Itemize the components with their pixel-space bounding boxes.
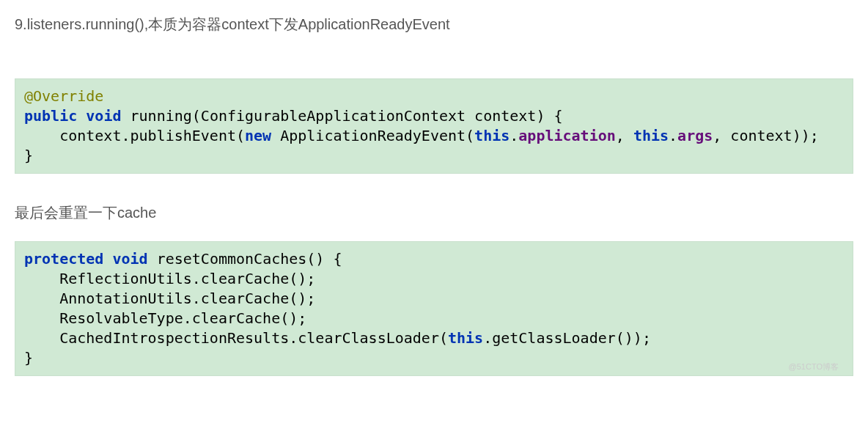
code-text: } (24, 147, 33, 164)
code-text: . (669, 127, 677, 144)
code-text: AnnotationUtils.clearCache(); (24, 290, 315, 307)
code-block-2: protected void resetCommonCaches() { Ref… (15, 241, 853, 376)
code-text: context.publishEvent( (24, 127, 245, 144)
keyword-void: void (112, 250, 147, 268)
keyword-public: public (24, 107, 77, 125)
code-block-1: @Override public void running(Configurab… (15, 78, 853, 174)
keyword-this: this (448, 329, 483, 347)
code-text: running(ConfigurableApplicationContext c… (121, 107, 562, 125)
code-text: resetCommonCaches() { (148, 250, 342, 268)
code-text: .getClassLoader()); (483, 329, 651, 347)
code-text: , context)); (713, 127, 819, 144)
keyword-new: new (245, 127, 271, 144)
keyword-this: this (633, 127, 669, 144)
code-text: . (510, 127, 518, 144)
section-heading-2: 最后会重置一下cache (15, 203, 853, 223)
code-text: , (616, 127, 633, 144)
code-text: ApplicationReadyEvent( (271, 127, 474, 144)
keyword-protected: protected (24, 250, 103, 268)
keyword-this: this (474, 127, 510, 144)
field-application: application (518, 127, 615, 144)
annotation-override: @Override (24, 87, 103, 105)
field-args: args (677, 127, 713, 144)
code-text: CachedIntrospectionResults.clearClassLoa… (24, 329, 448, 347)
code-text: ResolvableType.clearCache(); (24, 309, 306, 327)
code-text: ReflectionUtils.clearCache(); (24, 270, 315, 287)
watermark: @51CTO博客 (789, 361, 839, 372)
section-heading-1: 9.listeners.running(),本质为容器context下发Appl… (15, 15, 853, 34)
code-text: } (24, 349, 33, 367)
keyword-void: void (86, 107, 121, 125)
